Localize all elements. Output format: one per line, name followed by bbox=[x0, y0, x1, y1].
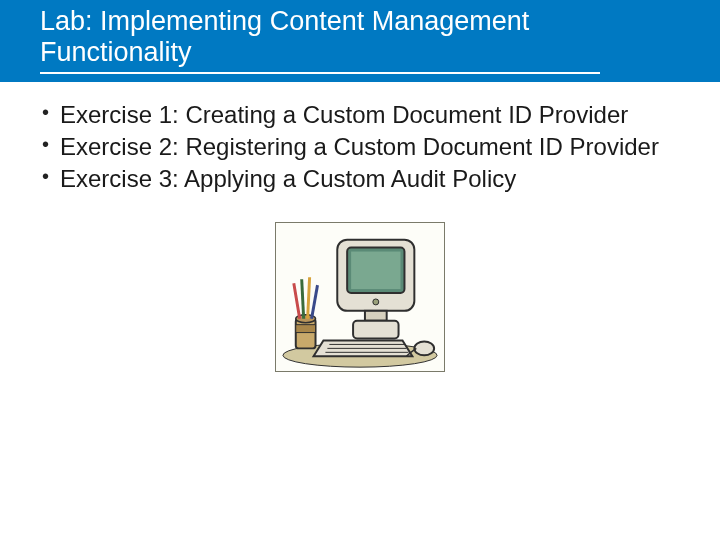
svg-point-4 bbox=[373, 299, 379, 305]
computer-clipart-icon bbox=[275, 222, 445, 372]
slide-header: Lab: Implementing Content Management Fun… bbox=[0, 0, 720, 82]
svg-rect-17 bbox=[296, 325, 316, 333]
svg-line-15 bbox=[308, 277, 310, 319]
svg-rect-5 bbox=[365, 311, 387, 321]
svg-rect-6 bbox=[353, 321, 398, 339]
slide-title: Lab: Implementing Content Management Fun… bbox=[40, 6, 600, 74]
svg-line-14 bbox=[302, 279, 304, 319]
svg-line-13 bbox=[294, 283, 300, 319]
svg-rect-3 bbox=[351, 252, 400, 290]
svg-point-10 bbox=[414, 341, 434, 355]
clipart-container bbox=[40, 222, 680, 372]
list-item: Exercise 2: Registering a Custom Documen… bbox=[40, 132, 680, 162]
list-item: Exercise 1: Creating a Custom Document I… bbox=[40, 100, 680, 130]
svg-line-16 bbox=[312, 285, 318, 319]
slide-content: Exercise 1: Creating a Custom Document I… bbox=[0, 82, 720, 372]
exercise-list: Exercise 1: Creating a Custom Document I… bbox=[40, 100, 680, 194]
list-item: Exercise 3: Applying a Custom Audit Poli… bbox=[40, 164, 680, 194]
